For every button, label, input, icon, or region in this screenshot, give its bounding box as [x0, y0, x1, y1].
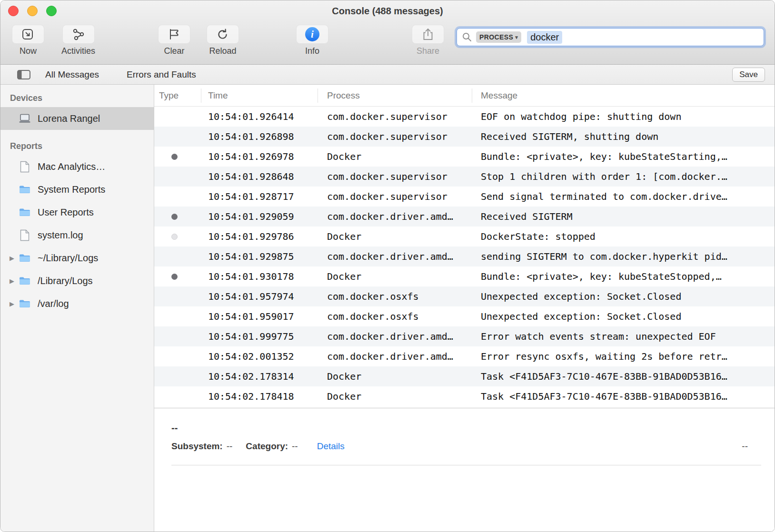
- type-cell: [154, 234, 201, 240]
- log-row[interactable]: 10:54:01.957974com.docker.osxfsUnexpecte…: [154, 286, 775, 306]
- sidebar-item-mac-analytics[interactable]: Mac Analytics…: [0, 155, 154, 178]
- sidebar-item-system-log[interactable]: system.log: [0, 224, 154, 246]
- message-cell: Error resync osxfs, waiting 2s before re…: [472, 351, 775, 362]
- now-button[interactable]: Now: [12, 25, 44, 56]
- log-level-dot-dark: [171, 214, 178, 220]
- sidebar-item-library-logs[interactable]: ▶/Library/Logs: [0, 269, 154, 292]
- document-icon: [18, 229, 32, 241]
- process-cell: Docker: [318, 371, 472, 382]
- sidebar-item-label: Mac Analytics…: [38, 161, 105, 172]
- type-cell: [154, 274, 201, 280]
- message-cell: EOF on watchdog pipe: shutting down: [472, 111, 775, 122]
- message-cell: Task <F41D5AF3-7C10-467E-83BB-91BAD0D53B…: [472, 371, 775, 382]
- folder-icon: [18, 185, 32, 194]
- info-button-label: Info: [305, 46, 319, 56]
- time-cell: 10:54:02.001352: [201, 351, 318, 362]
- folder-icon: [18, 207, 32, 217]
- detail-divider: [171, 465, 761, 465]
- sidebar-item-label: User Reports: [38, 207, 94, 218]
- activities-icon[interactable]: [62, 25, 95, 44]
- message-cell: DockerState: stopped: [472, 231, 775, 242]
- process-cell: com.docker.supervisor: [318, 191, 472, 202]
- sidebar-section-title-reports: Reports: [0, 138, 154, 155]
- time-cell: 10:54:01.930178: [201, 271, 318, 282]
- save-button[interactable]: Save: [732, 68, 765, 82]
- process-cell: com.docker.supervisor: [318, 111, 472, 122]
- search-field[interactable]: PROCESS ▾ docker: [457, 28, 764, 46]
- log-row[interactable]: 10:54:02.178314DockerTask <F41D5AF3-7C10…: [154, 366, 775, 386]
- detail-right-value: --: [742, 441, 775, 452]
- activities-button[interactable]: Activities: [61, 25, 95, 56]
- disclosure-triangle-icon[interactable]: ▶: [6, 277, 18, 285]
- message-cell: Bundle: <private>, key: kubeStateStopped…: [472, 271, 775, 282]
- search-filter-token[interactable]: PROCESS ▾: [476, 31, 521, 43]
- tab-errors-and-faults[interactable]: Errors and Faults: [127, 69, 196, 80]
- info-icon[interactable]: i: [296, 25, 328, 44]
- log-row[interactable]: 10:54:01.929786DockerDockerState: stoppe…: [154, 227, 775, 246]
- category-value: --: [292, 441, 298, 452]
- tab-all-messages[interactable]: All Messages: [45, 69, 99, 80]
- sidebar-item-var-log[interactable]: ▶/var/log: [0, 292, 154, 315]
- now-button-label: Now: [20, 46, 37, 56]
- search-input[interactable]: docker: [527, 31, 562, 44]
- activities-button-label: Activities: [61, 46, 95, 56]
- log-row[interactable]: 10:54:02.001352com.docker.driver.amd…Err…: [154, 346, 775, 366]
- log-row[interactable]: 10:54:01.929059com.docker.driver.amd…Rec…: [154, 207, 775, 227]
- share-icon[interactable]: [412, 25, 444, 44]
- subsystem-value: --: [227, 441, 233, 452]
- log-row[interactable]: 10:54:01.930178DockerBundle: <private>, …: [154, 266, 775, 286]
- detail-pane: -- Subsystem: -- Category: -- Details --: [154, 408, 775, 532]
- sidebar-item-label: system.log: [38, 230, 83, 241]
- clear-icon[interactable]: [158, 25, 190, 44]
- reload-button[interactable]: Reload: [207, 25, 239, 56]
- log-row[interactable]: 10:54:01.926414com.docker.supervisorEOF …: [154, 107, 775, 127]
- log-level-dot-dark: [171, 154, 178, 160]
- sidebar-item-user-reports[interactable]: User Reports: [0, 201, 154, 224]
- process-cell: com.docker.osxfs: [318, 311, 472, 322]
- close-button[interactable]: [8, 6, 19, 16]
- log-row[interactable]: 10:54:01.926898com.docker.supervisorRece…: [154, 127, 775, 147]
- time-cell: 10:54:02.178314: [201, 371, 318, 382]
- disclosure-triangle-icon[interactable]: ▶: [6, 300, 18, 307]
- log-row[interactable]: 10:54:01.926978DockerBundle: <private>, …: [154, 147, 775, 167]
- sidebar-item-system-reports[interactable]: System Reports: [0, 178, 154, 201]
- column-header-type[interactable]: Type: [154, 89, 201, 103]
- message-cell: Unexpected exception: Socket.Closed: [472, 311, 775, 322]
- filter-bar: All Messages Errors and Faults Save: [0, 65, 775, 85]
- log-row[interactable]: 10:54:01.928717com.docker.supervisorSend…: [154, 187, 775, 207]
- log-row[interactable]: 10:54:01.959017com.docker.osxfsUnexpecte…: [154, 306, 775, 326]
- type-cell: [154, 154, 201, 160]
- log-row[interactable]: 10:54:01.929875com.docker.driver.amd…sen…: [154, 246, 775, 266]
- time-cell: 10:54:02.178418: [201, 391, 318, 402]
- zoom-button[interactable]: [46, 6, 57, 16]
- process-cell: com.docker.driver.amd…: [318, 351, 472, 362]
- sidebar-item-library-logs[interactable]: ▶~/Library/Logs: [0, 246, 154, 269]
- message-cell: Bundle: <private>, key: kubeStateStartin…: [472, 151, 775, 162]
- process-cell: com.docker.driver.amd…: [318, 251, 472, 262]
- log-row[interactable]: 10:54:02.178418DockerTask <F41D5AF3-7C10…: [154, 386, 775, 406]
- column-header-message[interactable]: Message: [472, 89, 775, 103]
- reload-icon[interactable]: [207, 25, 239, 44]
- column-header-process[interactable]: Process: [318, 89, 472, 103]
- disclosure-triangle-icon[interactable]: ▶: [6, 255, 18, 262]
- minimize-button[interactable]: [27, 6, 38, 16]
- time-cell: 10:54:01.928717: [201, 191, 318, 202]
- sidebar-item-lorena-rangel[interactable]: Lorena Rangel: [0, 107, 154, 130]
- traffic-lights: [8, 6, 57, 16]
- clear-button[interactable]: Clear: [158, 25, 190, 56]
- log-row[interactable]: 10:54:01.999775com.docker.driver.amd…Err…: [154, 326, 775, 346]
- search-filter-token-label: PROCESS: [479, 33, 513, 41]
- log-row[interactable]: 10:54:01.928648com.docker.supervisorStop…: [154, 167, 775, 187]
- svg-text:i: i: [311, 29, 314, 40]
- details-link[interactable]: Details: [317, 441, 345, 452]
- share-button[interactable]: Share: [412, 25, 444, 56]
- sidebar-toggle-icon[interactable]: [17, 69, 31, 80]
- message-cell: Received SIGTERM, shutting down: [472, 131, 775, 142]
- subsystem-label: Subsystem:: [171, 441, 223, 452]
- process-cell: Docker: [318, 391, 472, 402]
- now-icon[interactable]: [12, 25, 44, 44]
- type-cell: [154, 214, 201, 220]
- info-button[interactable]: i Info: [296, 25, 328, 56]
- sidebar-section-title-devices: Devices: [0, 90, 154, 107]
- column-header-time[interactable]: Time: [201, 89, 318, 103]
